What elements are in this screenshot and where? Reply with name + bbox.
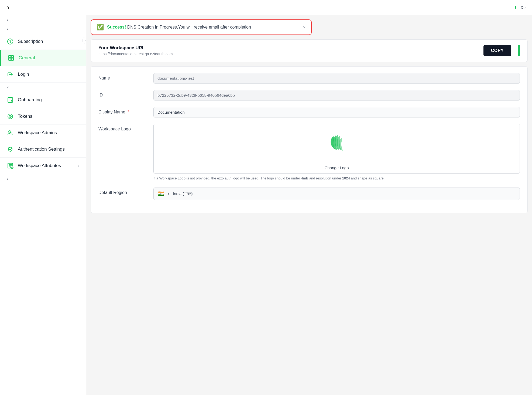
sidebar-item-general[interactable]: General	[0, 50, 86, 66]
main-layout: ‹ ∨ ∨$SubscriptionGeneralLogin∨Onboardin…	[0, 15, 532, 395]
sidebar-item-login-label: Login	[18, 72, 29, 77]
sidebar-item-workspace-admins-label: Workspace Admins	[18, 130, 57, 136]
region-dropdown-arrow: ▼	[167, 192, 170, 196]
name-input[interactable]	[153, 73, 520, 84]
form-row-region: Default Region 🇮🇳 ▼ India (भारत)	[98, 188, 520, 200]
chevron-down-icon: ∨	[6, 18, 9, 22]
region-value: India (भारत)	[173, 191, 516, 196]
chevron-down-icon: ∨	[6, 85, 9, 89]
success-banner: ✅ Success! DNS Creation in Progress,You …	[91, 19, 312, 35]
main-content: ✅ Success! DNS Creation in Progress,You …	[86, 15, 532, 395]
logo-container: Change Logo	[153, 124, 520, 174]
sidebar-item-tokens-label: Tokens	[18, 114, 32, 119]
authentication-settings-icon	[6, 145, 14, 153]
chevron-right-icon: ›	[78, 164, 80, 168]
required-indicator: *	[128, 110, 129, 114]
sidebar-item-authentication-settings-label: Authentication Settings	[18, 147, 65, 152]
banner-body: DNS Creation in Progress,You will receiv…	[126, 25, 251, 29]
logo-display	[154, 124, 520, 162]
banner-success-label: Success!	[107, 25, 126, 29]
name-label: Name	[98, 73, 147, 81]
banner-close-button[interactable]: ×	[303, 25, 306, 30]
logo-label: Workspace Logo	[98, 124, 147, 131]
sidebar-item-tokens[interactable]: Tokens	[0, 108, 86, 125]
onboarding-icon	[6, 96, 14, 104]
sidebar-item-onboarding-label: Onboarding	[18, 97, 42, 103]
sidebar: ‹ ∨ ∨$SubscriptionGeneralLogin∨Onboardin…	[0, 15, 86, 395]
login-icon	[6, 71, 14, 78]
form-row-id: ID	[98, 90, 520, 101]
content-area: Your Workspace URL https://documentation…	[86, 39, 532, 224]
workspace-url-card: Your Workspace URL https://documentation…	[91, 39, 528, 62]
svg-rect-2	[9, 56, 11, 58]
region-label: Default Region	[98, 188, 147, 195]
sidebar-item-general-label: General	[19, 55, 35, 61]
topbar-label: Do	[521, 5, 526, 10]
id-input[interactable]	[153, 90, 520, 101]
sidebar-section-toggle-3[interactable]: ∨	[0, 83, 86, 92]
topbar-right: ⬇ Do	[514, 5, 526, 10]
sidebar-item-workspace-attributes-label: Workspace Attributes	[18, 163, 61, 168]
sidebar-section-toggle-0[interactable]: ∨	[0, 24, 86, 33]
svg-point-11	[9, 131, 11, 133]
svg-rect-4	[9, 58, 11, 60]
chevron-down-icon-bottom: ∨	[6, 177, 9, 181]
download-icon: ⬇	[514, 5, 517, 10]
sidebar-item-subscription-label: Subscription	[18, 39, 43, 44]
change-logo-button[interactable]: Change Logo	[154, 162, 520, 173]
sidebar-item-subscription[interactable]: $Subscription	[0, 33, 86, 50]
green-accent-bar	[518, 45, 520, 56]
workspace-admins-icon	[6, 129, 14, 137]
copy-url-button[interactable]: COPY	[483, 45, 511, 56]
form-row-display-name: Display Name *	[98, 107, 520, 117]
url-row: Your Workspace URL https://documentation…	[91, 40, 527, 62]
workspace-form-card: Name ID Display Name *	[91, 66, 528, 213]
general-icon	[7, 54, 15, 62]
svg-text:$: $	[9, 40, 11, 43]
region-flag: 🇮🇳	[157, 190, 164, 197]
app-name: n	[6, 5, 9, 10]
banner-message: Success! DNS Creation in Progress,You wi…	[107, 25, 300, 30]
logo-field-container: Change Logo If a Workspace Logo is not p…	[153, 124, 520, 181]
region-select[interactable]: 🇮🇳 ▼ India (भारत)	[153, 188, 520, 200]
subscription-icon: $	[6, 38, 14, 45]
svg-rect-5	[11, 58, 13, 60]
form-row-logo: Workspace Logo	[98, 124, 520, 181]
workspace-url-label: Your Workspace URL	[98, 45, 477, 51]
sidebar-item-onboarding[interactable]: Onboarding	[0, 92, 86, 108]
id-label: ID	[98, 90, 147, 98]
chevron-down-icon: ∨	[6, 27, 9, 31]
workspace-logo-image	[326, 132, 348, 154]
display-name-label: Display Name *	[98, 107, 147, 115]
tokens-icon	[6, 113, 14, 120]
svg-rect-3	[11, 56, 13, 58]
form-row-name: Name	[98, 73, 520, 84]
workspace-attributes-icon	[6, 162, 14, 169]
sidebar-toggle-top[interactable]: ∨	[0, 15, 86, 24]
workspace-url-value: https://documentations-test.qa.eztoauth.…	[98, 52, 477, 56]
topbar: n ⬇ Do	[0, 0, 532, 15]
sidebar-nav: ∨$SubscriptionGeneralLogin∨OnboardingTok…	[0, 24, 86, 174]
svg-point-10	[10, 116, 11, 117]
display-name-input[interactable]	[153, 107, 520, 117]
sidebar-toggle-bottom[interactable]: ∨	[0, 174, 86, 183]
check-circle-icon: ✅	[97, 24, 104, 31]
sidebar-item-workspace-admins[interactable]: Workspace Admins	[0, 125, 86, 141]
logo-hint: If a Workspace Logo is not provided, the…	[153, 176, 520, 181]
url-info: Your Workspace URL https://documentation…	[98, 45, 477, 56]
sidebar-item-authentication-settings[interactable]: Authentication Settings	[0, 141, 86, 158]
sidebar-item-workspace-attributes[interactable]: Workspace Attributes›	[0, 158, 86, 174]
sidebar-item-login[interactable]: Login	[0, 66, 86, 83]
